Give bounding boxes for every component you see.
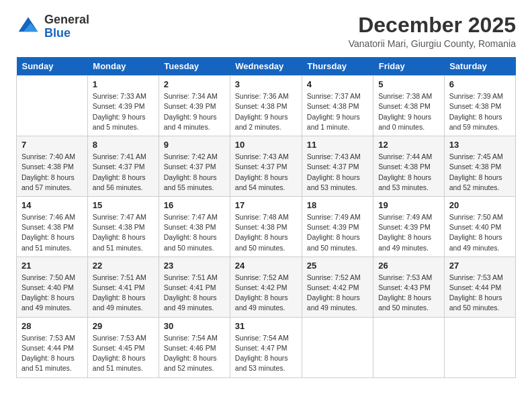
day-cell: 30Sunrise: 7:54 AM Sunset: 4:46 PM Dayli… — [159, 317, 230, 377]
day-info: Sunrise: 7:36 AM Sunset: 4:38 PM Dayligh… — [235, 91, 297, 132]
day-cell: 11Sunrise: 7:43 AM Sunset: 4:37 PM Dayli… — [302, 136, 373, 197]
day-number: 30 — [164, 321, 225, 331]
page-header: General Blue December 2025 Vanatorii Mar… — [16, 13, 516, 49]
day-cell: 15Sunrise: 7:47 AM Sunset: 4:38 PM Dayli… — [87, 196, 159, 257]
day-number: 29 — [93, 321, 154, 331]
logo-icon — [16, 15, 40, 39]
day-info: Sunrise: 7:49 AM Sunset: 4:39 PM Dayligh… — [378, 212, 439, 253]
day-number: 23 — [164, 261, 225, 271]
title-block: December 2025 Vanatorii Mari, Giurgiu Co… — [349, 13, 516, 49]
day-cell: 1Sunrise: 7:33 AM Sunset: 4:39 PM Daylig… — [87, 76, 159, 136]
day-cell: 14Sunrise: 7:46 AM Sunset: 4:38 PM Dayli… — [17, 196, 88, 257]
day-number: 9 — [164, 140, 225, 150]
day-info: Sunrise: 7:48 AM Sunset: 4:38 PM Dayligh… — [235, 212, 297, 253]
day-cell: 7Sunrise: 7:40 AM Sunset: 4:38 PM Daylig… — [17, 136, 88, 197]
day-number: 22 — [93, 261, 154, 271]
day-number: 31 — [235, 321, 297, 331]
day-info: Sunrise: 7:46 AM Sunset: 4:38 PM Dayligh… — [21, 212, 83, 253]
day-cell: 9Sunrise: 7:42 AM Sunset: 4:37 PM Daylig… — [159, 136, 230, 197]
day-number: 12 — [378, 140, 439, 150]
week-row-5: 28Sunrise: 7:53 AM Sunset: 4:44 PM Dayli… — [17, 317, 516, 377]
location-subtitle: Vanatorii Mari, Giurgiu County, Romania — [349, 38, 516, 49]
day-number: 27 — [449, 261, 511, 271]
calendar-body: 1Sunrise: 7:33 AM Sunset: 4:39 PM Daylig… — [17, 76, 516, 377]
week-row-4: 21Sunrise: 7:50 AM Sunset: 4:40 PM Dayli… — [17, 257, 516, 317]
day-info: Sunrise: 7:53 AM Sunset: 4:43 PM Dayligh… — [378, 273, 439, 314]
day-cell: 22Sunrise: 7:51 AM Sunset: 4:41 PM Dayli… — [87, 257, 159, 317]
col-header-wednesday: Wednesday — [230, 57, 302, 76]
day-cell: 23Sunrise: 7:51 AM Sunset: 4:41 PM Dayli… — [159, 257, 230, 317]
day-info: Sunrise: 7:53 AM Sunset: 4:44 PM Dayligh… — [449, 273, 511, 314]
day-info: Sunrise: 7:39 AM Sunset: 4:38 PM Dayligh… — [449, 91, 511, 132]
day-number: 4 — [307, 79, 368, 89]
day-info: Sunrise: 7:54 AM Sunset: 4:46 PM Dayligh… — [164, 333, 225, 374]
day-cell: 18Sunrise: 7:49 AM Sunset: 4:39 PM Dayli… — [302, 196, 373, 257]
day-cell — [444, 317, 515, 377]
day-info: Sunrise: 7:47 AM Sunset: 4:38 PM Dayligh… — [93, 212, 154, 253]
day-info: Sunrise: 7:52 AM Sunset: 4:42 PM Dayligh… — [235, 273, 297, 314]
day-cell: 24Sunrise: 7:52 AM Sunset: 4:42 PM Dayli… — [230, 257, 302, 317]
day-number: 19 — [378, 200, 439, 210]
col-header-friday: Friday — [373, 57, 444, 76]
day-info: Sunrise: 7:51 AM Sunset: 4:41 PM Dayligh… — [164, 273, 225, 314]
day-info: Sunrise: 7:53 AM Sunset: 4:44 PM Dayligh… — [21, 333, 83, 374]
logo: General Blue — [16, 13, 89, 40]
day-info: Sunrise: 7:42 AM Sunset: 4:37 PM Dayligh… — [164, 152, 225, 193]
day-info: Sunrise: 7:47 AM Sunset: 4:38 PM Dayligh… — [164, 212, 225, 253]
day-number: 15 — [93, 200, 154, 210]
day-cell: 26Sunrise: 7:53 AM Sunset: 4:43 PM Dayli… — [373, 257, 444, 317]
day-number: 3 — [235, 79, 297, 89]
day-cell: 25Sunrise: 7:52 AM Sunset: 4:42 PM Dayli… — [302, 257, 373, 317]
day-cell: 13Sunrise: 7:45 AM Sunset: 4:38 PM Dayli… — [444, 136, 515, 197]
day-number: 1 — [93, 79, 154, 89]
day-info: Sunrise: 7:50 AM Sunset: 4:40 PM Dayligh… — [449, 212, 511, 253]
month-title: December 2025 — [349, 13, 516, 37]
week-row-3: 14Sunrise: 7:46 AM Sunset: 4:38 PM Dayli… — [17, 196, 516, 257]
day-cell: 29Sunrise: 7:53 AM Sunset: 4:45 PM Dayli… — [87, 317, 159, 377]
col-header-tuesday: Tuesday — [159, 57, 230, 76]
day-info: Sunrise: 7:50 AM Sunset: 4:40 PM Dayligh… — [21, 273, 83, 314]
day-cell — [17, 76, 88, 136]
calendar-header: SundayMondayTuesdayWednesdayThursdayFrid… — [17, 57, 516, 76]
day-number: 26 — [378, 261, 439, 271]
day-cell: 2Sunrise: 7:34 AM Sunset: 4:39 PM Daylig… — [159, 76, 230, 136]
day-number: 11 — [307, 140, 368, 150]
day-info: Sunrise: 7:34 AM Sunset: 4:39 PM Dayligh… — [164, 91, 225, 132]
day-cell: 19Sunrise: 7:49 AM Sunset: 4:39 PM Dayli… — [373, 196, 444, 257]
day-info: Sunrise: 7:51 AM Sunset: 4:41 PM Dayligh… — [93, 273, 154, 314]
calendar-table: SundayMondayTuesdayWednesdayThursdayFrid… — [16, 57, 516, 377]
day-cell: 17Sunrise: 7:48 AM Sunset: 4:38 PM Dayli… — [230, 196, 302, 257]
day-number: 5 — [378, 79, 439, 89]
day-info: Sunrise: 7:44 AM Sunset: 4:38 PM Dayligh… — [378, 152, 439, 193]
day-info: Sunrise: 7:37 AM Sunset: 4:38 PM Dayligh… — [307, 91, 368, 132]
day-cell: 27Sunrise: 7:53 AM Sunset: 4:44 PM Dayli… — [444, 257, 515, 317]
day-info: Sunrise: 7:49 AM Sunset: 4:39 PM Dayligh… — [307, 212, 368, 253]
day-number: 20 — [449, 200, 511, 210]
day-number: 18 — [307, 200, 368, 210]
day-cell: 16Sunrise: 7:47 AM Sunset: 4:38 PM Dayli… — [159, 196, 230, 257]
day-number: 8 — [93, 140, 154, 150]
day-number: 14 — [21, 200, 83, 210]
day-info: Sunrise: 7:45 AM Sunset: 4:38 PM Dayligh… — [449, 152, 511, 193]
day-number: 21 — [21, 261, 83, 271]
day-number: 28 — [21, 321, 83, 331]
header-row: SundayMondayTuesdayWednesdayThursdayFrid… — [17, 57, 516, 76]
day-cell: 8Sunrise: 7:41 AM Sunset: 4:37 PM Daylig… — [87, 136, 159, 197]
day-cell: 5Sunrise: 7:38 AM Sunset: 4:38 PM Daylig… — [373, 76, 444, 136]
day-number: 13 — [449, 140, 511, 150]
col-header-monday: Monday — [87, 57, 159, 76]
day-cell: 28Sunrise: 7:53 AM Sunset: 4:44 PM Dayli… — [17, 317, 88, 377]
day-cell: 3Sunrise: 7:36 AM Sunset: 4:38 PM Daylig… — [230, 76, 302, 136]
day-number: 24 — [235, 261, 297, 271]
day-number: 16 — [164, 200, 225, 210]
day-number: 10 — [235, 140, 297, 150]
day-cell: 4Sunrise: 7:37 AM Sunset: 4:38 PM Daylig… — [302, 76, 373, 136]
day-info: Sunrise: 7:43 AM Sunset: 4:37 PM Dayligh… — [307, 152, 368, 193]
day-info: Sunrise: 7:54 AM Sunset: 4:47 PM Dayligh… — [235, 333, 297, 374]
day-info: Sunrise: 7:43 AM Sunset: 4:37 PM Dayligh… — [235, 152, 297, 193]
day-info: Sunrise: 7:40 AM Sunset: 4:38 PM Dayligh… — [21, 152, 83, 193]
col-header-saturday: Saturday — [444, 57, 515, 76]
day-info: Sunrise: 7:38 AM Sunset: 4:38 PM Dayligh… — [378, 91, 439, 132]
day-cell: 12Sunrise: 7:44 AM Sunset: 4:38 PM Dayli… — [373, 136, 444, 197]
day-cell: 10Sunrise: 7:43 AM Sunset: 4:37 PM Dayli… — [230, 136, 302, 197]
